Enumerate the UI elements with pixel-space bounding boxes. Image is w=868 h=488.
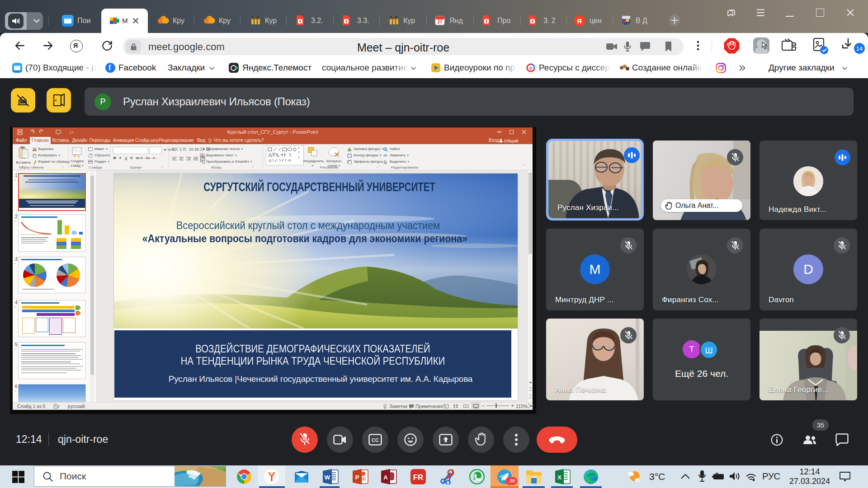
- svg-text:A: A: [383, 474, 388, 481]
- svg-text:27: 27: [437, 19, 443, 24]
- svg-text:FR: FR: [413, 473, 424, 482]
- svg-text:CC: CC: [372, 437, 379, 443]
- svg-text:P: P: [355, 474, 359, 481]
- svg-text:W: W: [325, 474, 330, 481]
- svg-text:14: 14: [856, 45, 863, 52]
- svg-text:e: e: [529, 65, 532, 70]
- svg-text:X: X: [557, 474, 561, 481]
